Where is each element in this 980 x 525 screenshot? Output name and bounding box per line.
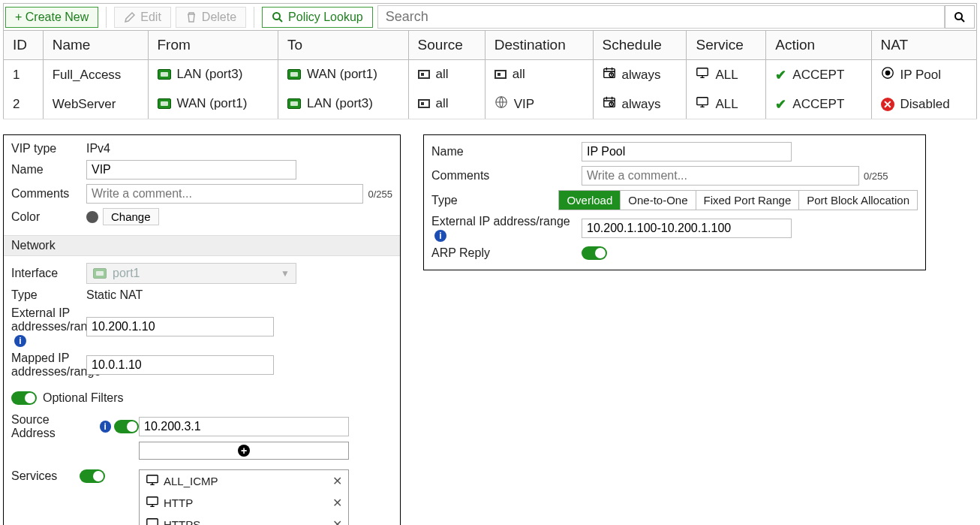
interface-value: port1 — [113, 267, 140, 280]
pool-type-option[interactable]: One-to-One — [621, 191, 696, 210]
services-toggle[interactable] — [80, 469, 105, 483]
source-address-input[interactable] — [139, 417, 349, 436]
cell-destination: VIP — [485, 89, 593, 119]
pool-type-option[interactable]: Overload — [559, 191, 621, 210]
svg-rect-4 — [697, 68, 708, 76]
remove-icon[interactable]: ✕ — [332, 474, 342, 488]
col-name[interactable]: Name — [43, 31, 148, 60]
interface-icon — [287, 98, 301, 109]
pool-ext-input[interactable] — [582, 219, 792, 238]
info-icon[interactable]: i — [100, 421, 112, 433]
interface-icon — [158, 98, 171, 109]
pool-comments-input[interactable] — [582, 166, 859, 186]
service-item[interactable]: ALL_ICMP✕ — [140, 470, 348, 492]
separator — [254, 7, 254, 28]
cell-id: 2 — [4, 89, 44, 119]
cell-action: ✔ACCEPT — [766, 89, 871, 119]
col-action[interactable]: Action — [766, 31, 871, 60]
address-icon — [495, 70, 507, 79]
remove-icon[interactable]: ✕ — [332, 496, 342, 510]
interface-icon — [158, 69, 171, 80]
services-list: ALL_ICMP✕HTTP✕HTTPS✕+ — [139, 469, 349, 525]
edit-button[interactable]: Edit — [114, 7, 171, 28]
pool-type-option[interactable]: Port Block Allocation — [799, 191, 917, 210]
ip-pool-icon — [881, 66, 894, 83]
table-row[interactable]: 1 Full_Access LAN (port3) WAN (port1) al… — [4, 60, 977, 90]
cell-name: WebServer — [43, 89, 148, 119]
create-new-button[interactable]: + Create New — [5, 7, 98, 28]
svg-rect-10 — [697, 98, 708, 105]
cell-to: WAN (port1) — [278, 60, 409, 90]
interface-select[interactable]: port1 ▼ — [86, 263, 296, 284]
service-item[interactable]: HTTP✕ — [140, 492, 348, 514]
vip-type-value: IPv4 — [86, 142, 110, 155]
service-icon — [696, 95, 709, 113]
optional-filters-toggle[interactable] — [11, 391, 37, 405]
vip-nat-type-label: Type — [11, 288, 86, 302]
info-icon[interactable]: i — [14, 335, 26, 347]
globe-icon — [495, 95, 508, 113]
policy-table: ID Name From To Source Destination Sched… — [3, 30, 977, 119]
vip-comments-counter: 0/255 — [368, 189, 392, 200]
interface-icon — [93, 268, 107, 279]
cell-source: all — [408, 60, 485, 90]
pool-name-label: Name — [431, 145, 582, 158]
pool-name-input[interactable] — [582, 142, 792, 161]
col-nat[interactable]: NAT — [871, 31, 976, 60]
pool-type-option[interactable]: Fixed Port Range — [696, 191, 800, 210]
disabled-icon: ✕ — [881, 98, 894, 111]
toolbar: + Create New Edit Delete Policy Lookup — [3, 3, 977, 31]
cell-source: all — [408, 89, 485, 119]
delete-label: Delete — [202, 11, 236, 24]
table-head: ID Name From To Source Destination Sched… — [4, 31, 977, 60]
cell-schedule: always — [593, 89, 687, 119]
vip-ext-input[interactable] — [86, 317, 274, 336]
service-icon — [146, 517, 159, 525]
svg-rect-12 — [147, 497, 158, 505]
plus-icon: + — [238, 445, 250, 457]
policy-lookup-button[interactable]: Policy Lookup — [262, 7, 373, 28]
col-service[interactable]: Service — [687, 31, 766, 60]
arp-reply-label: ARP Reply — [431, 246, 582, 260]
remove-icon[interactable]: ✕ — [332, 517, 342, 525]
col-id[interactable]: ID — [4, 31, 44, 60]
svg-point-1 — [955, 13, 962, 20]
col-destination[interactable]: Destination — [485, 31, 593, 60]
source-address-add-button[interactable]: + — [139, 442, 349, 460]
service-item[interactable]: HTTPS✕ — [140, 514, 348, 525]
cell-to: LAN (port3) — [278, 89, 409, 119]
schedule-icon — [603, 66, 616, 83]
source-address-toggle[interactable] — [114, 420, 139, 433]
interface-label: Interface — [11, 267, 86, 280]
col-source[interactable]: Source — [408, 31, 485, 60]
network-section-header: Network — [4, 235, 400, 256]
pencil-icon — [124, 11, 136, 23]
col-from[interactable]: From — [148, 31, 278, 60]
vip-ext-label: External IP addresses/rangei — [11, 306, 86, 347]
trash-icon — [185, 11, 197, 23]
arp-reply-toggle[interactable] — [582, 246, 607, 260]
col-to[interactable]: To — [278, 31, 409, 60]
svg-point-0 — [273, 13, 280, 20]
address-icon — [418, 99, 430, 108]
color-change-button[interactable]: Change — [103, 208, 159, 225]
pool-type-toggle: OverloadOne-to-OneFixed Port RangePort B… — [558, 190, 918, 210]
col-schedule[interactable]: Schedule — [593, 31, 687, 60]
cell-service: ALL — [687, 89, 766, 119]
search-input[interactable] — [377, 5, 945, 29]
info-icon[interactable]: i — [434, 230, 446, 242]
chevron-down-icon: ▼ — [281, 268, 290, 279]
svg-rect-11 — [147, 475, 158, 483]
delete-button[interactable]: Delete — [176, 7, 246, 28]
vip-mapped-input[interactable] — [86, 355, 274, 375]
service-icon — [146, 473, 159, 489]
ippool-panel: Name Comments 0/255 Type OverloadOne-to-… — [423, 134, 926, 270]
search-button[interactable] — [945, 5, 975, 29]
table-row[interactable]: 2 WebServer WAN (port1) LAN (port3) all … — [4, 89, 977, 119]
cell-schedule: always — [593, 60, 687, 90]
cell-action: ✔ACCEPT — [766, 60, 871, 90]
vip-nat-type-value: Static NAT — [86, 288, 143, 302]
vip-comments-input[interactable] — [86, 184, 364, 204]
cell-name: Full_Access — [43, 60, 148, 90]
vip-name-input[interactable] — [86, 160, 296, 180]
